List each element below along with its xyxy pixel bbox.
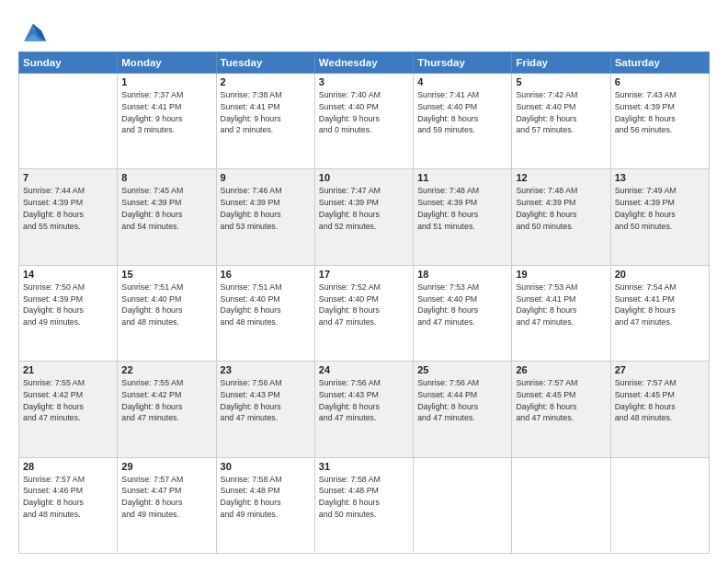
- day-number: 25: [417, 364, 507, 375]
- day-number: 27: [615, 364, 705, 375]
- day-info: Sunrise: 7:50 AM Sunset: 4:39 PM Dayligh…: [23, 282, 113, 328]
- day-number: 7: [23, 172, 113, 183]
- day-info: Sunrise: 7:57 AM Sunset: 4:47 PM Dayligh…: [121, 474, 211, 521]
- calendar-cell: 16Sunrise: 7:51 AM Sunset: 4:40 PM Dayli…: [216, 265, 314, 361]
- calendar-cell: 22Sunrise: 7:55 AM Sunset: 4:42 PM Dayli…: [118, 362, 216, 457]
- calendar-cell: 3Sunrise: 7:40 AM Sunset: 4:40 PM Daylig…: [314, 74, 413, 169]
- day-info: Sunrise: 7:51 AM Sunset: 4:40 PM Dayligh…: [221, 282, 311, 328]
- day-number: 22: [121, 364, 211, 375]
- day-info: Sunrise: 7:37 AM Sunset: 4:41 PM Dayligh…: [121, 89, 211, 136]
- calendar-cell: 20Sunrise: 7:54 AM Sunset: 4:41 PM Dayli…: [610, 265, 709, 361]
- day-info: Sunrise: 7:48 AM Sunset: 4:39 PM Dayligh…: [516, 185, 606, 232]
- calendar-week-row: 7Sunrise: 7:44 AM Sunset: 4:39 PM Daylig…: [19, 169, 710, 265]
- calendar-cell: 11Sunrise: 7:48 AM Sunset: 4:39 PM Dayli…: [414, 169, 512, 265]
- day-number: 1: [121, 76, 211, 87]
- day-info: Sunrise: 7:49 AM Sunset: 4:39 PM Dayligh…: [615, 185, 705, 232]
- day-number: 2: [221, 76, 311, 87]
- col-header-thursday: Thursday: [414, 52, 512, 74]
- day-info: Sunrise: 7:42 AM Sunset: 4:40 PM Dayligh…: [516, 89, 606, 136]
- day-number: 3: [319, 76, 409, 87]
- day-number: 14: [23, 269, 113, 280]
- logo-icon: [18, 20, 46, 46]
- calendar-cell: 8Sunrise: 7:45 AM Sunset: 4:39 PM Daylig…: [118, 169, 216, 265]
- header: [18, 17, 710, 46]
- day-info: Sunrise: 7:41 AM Sunset: 4:40 PM Dayligh…: [417, 89, 507, 136]
- day-number: 17: [319, 269, 409, 280]
- day-info: Sunrise: 7:57 AM Sunset: 4:45 PM Dayligh…: [516, 377, 606, 424]
- day-info: Sunrise: 7:56 AM Sunset: 4:44 PM Dayligh…: [417, 377, 507, 424]
- day-number: 26: [516, 364, 606, 375]
- calendar-cell: 1Sunrise: 7:37 AM Sunset: 4:41 PM Daylig…: [118, 74, 216, 169]
- page: SundayMondayTuesdayWednesdayThursdayFrid…: [0, 0, 728, 563]
- calendar-cell: 13Sunrise: 7:49 AM Sunset: 4:39 PM Dayli…: [610, 169, 709, 265]
- day-info: Sunrise: 7:40 AM Sunset: 4:40 PM Dayligh…: [319, 89, 409, 136]
- day-info: Sunrise: 7:56 AM Sunset: 4:43 PM Dayligh…: [221, 377, 311, 424]
- calendar-cell: [414, 457, 512, 553]
- day-info: Sunrise: 7:55 AM Sunset: 4:42 PM Dayligh…: [121, 377, 211, 424]
- calendar-cell: 31Sunrise: 7:58 AM Sunset: 4:48 PM Dayli…: [314, 457, 413, 553]
- calendar-header-row: SundayMondayTuesdayWednesdayThursdayFrid…: [19, 52, 710, 74]
- day-info: Sunrise: 7:51 AM Sunset: 4:40 PM Dayligh…: [121, 282, 211, 328]
- day-number: 9: [221, 172, 311, 183]
- day-info: Sunrise: 7:44 AM Sunset: 4:39 PM Dayligh…: [23, 185, 113, 232]
- day-number: 4: [417, 76, 507, 87]
- day-info: Sunrise: 7:55 AM Sunset: 4:42 PM Dayligh…: [23, 377, 113, 424]
- day-number: 19: [516, 269, 606, 280]
- calendar-cell: 18Sunrise: 7:53 AM Sunset: 4:40 PM Dayli…: [414, 265, 512, 361]
- calendar-week-row: 28Sunrise: 7:57 AM Sunset: 4:46 PM Dayli…: [19, 457, 710, 553]
- day-number: 31: [319, 461, 409, 472]
- day-number: 29: [121, 461, 211, 472]
- calendar-cell: 12Sunrise: 7:48 AM Sunset: 4:39 PM Dayli…: [512, 169, 610, 265]
- calendar-cell: [512, 457, 610, 553]
- calendar-cell: 6Sunrise: 7:43 AM Sunset: 4:39 PM Daylig…: [610, 74, 709, 169]
- day-info: Sunrise: 7:43 AM Sunset: 4:39 PM Dayligh…: [615, 89, 705, 136]
- day-number: 12: [516, 172, 606, 183]
- calendar-cell: 30Sunrise: 7:58 AM Sunset: 4:48 PM Dayli…: [216, 457, 314, 553]
- col-header-friday: Friday: [512, 52, 610, 74]
- calendar-cell: 23Sunrise: 7:56 AM Sunset: 4:43 PM Dayli…: [216, 362, 314, 457]
- calendar-table: SundayMondayTuesdayWednesdayThursdayFrid…: [18, 52, 710, 554]
- day-info: Sunrise: 7:57 AM Sunset: 4:45 PM Dayligh…: [615, 377, 705, 424]
- day-number: 13: [615, 172, 705, 183]
- calendar-cell: 5Sunrise: 7:42 AM Sunset: 4:40 PM Daylig…: [512, 74, 610, 169]
- logo: [18, 20, 48, 46]
- day-number: 6: [615, 76, 705, 87]
- col-header-sunday: Sunday: [19, 52, 118, 74]
- day-number: 10: [319, 172, 409, 183]
- calendar-cell: 29Sunrise: 7:57 AM Sunset: 4:47 PM Dayli…: [118, 457, 216, 553]
- calendar-cell: 4Sunrise: 7:41 AM Sunset: 4:40 PM Daylig…: [414, 74, 512, 169]
- day-number: 11: [417, 172, 507, 183]
- col-header-tuesday: Tuesday: [216, 52, 314, 74]
- calendar-week-row: 21Sunrise: 7:55 AM Sunset: 4:42 PM Dayli…: [19, 362, 710, 457]
- calendar-cell: 17Sunrise: 7:52 AM Sunset: 4:40 PM Dayli…: [314, 265, 413, 361]
- day-number: 24: [319, 364, 409, 375]
- day-number: 28: [23, 461, 113, 472]
- day-info: Sunrise: 7:58 AM Sunset: 4:48 PM Dayligh…: [221, 474, 311, 521]
- day-info: Sunrise: 7:57 AM Sunset: 4:46 PM Dayligh…: [23, 474, 113, 521]
- calendar-cell: 10Sunrise: 7:47 AM Sunset: 4:39 PM Dayli…: [314, 169, 413, 265]
- day-info: Sunrise: 7:38 AM Sunset: 4:41 PM Dayligh…: [221, 89, 311, 136]
- day-info: Sunrise: 7:48 AM Sunset: 4:39 PM Dayligh…: [417, 185, 507, 232]
- calendar-cell: 27Sunrise: 7:57 AM Sunset: 4:45 PM Dayli…: [610, 362, 709, 457]
- calendar-cell: 15Sunrise: 7:51 AM Sunset: 4:40 PM Dayli…: [118, 265, 216, 361]
- calendar-cell: 28Sunrise: 7:57 AM Sunset: 4:46 PM Dayli…: [19, 457, 118, 553]
- day-number: 16: [221, 269, 311, 280]
- col-header-saturday: Saturday: [610, 52, 709, 74]
- day-info: Sunrise: 7:54 AM Sunset: 4:41 PM Dayligh…: [615, 282, 705, 328]
- calendar-cell: [19, 74, 118, 169]
- calendar-cell: [610, 457, 709, 553]
- day-info: Sunrise: 7:53 AM Sunset: 4:40 PM Dayligh…: [417, 282, 507, 328]
- day-number: 21: [23, 364, 113, 375]
- day-number: 18: [417, 269, 507, 280]
- day-number: 5: [516, 76, 606, 87]
- day-number: 8: [121, 172, 211, 183]
- day-number: 23: [221, 364, 311, 375]
- col-header-wednesday: Wednesday: [314, 52, 413, 74]
- calendar-week-row: 14Sunrise: 7:50 AM Sunset: 4:39 PM Dayli…: [19, 265, 710, 361]
- calendar-cell: 19Sunrise: 7:53 AM Sunset: 4:41 PM Dayli…: [512, 265, 610, 361]
- calendar-cell: 2Sunrise: 7:38 AM Sunset: 4:41 PM Daylig…: [216, 74, 314, 169]
- calendar-cell: 7Sunrise: 7:44 AM Sunset: 4:39 PM Daylig…: [19, 169, 118, 265]
- col-header-monday: Monday: [118, 52, 216, 74]
- calendar-cell: 9Sunrise: 7:46 AM Sunset: 4:39 PM Daylig…: [216, 169, 314, 265]
- calendar-cell: 21Sunrise: 7:55 AM Sunset: 4:42 PM Dayli…: [19, 362, 118, 457]
